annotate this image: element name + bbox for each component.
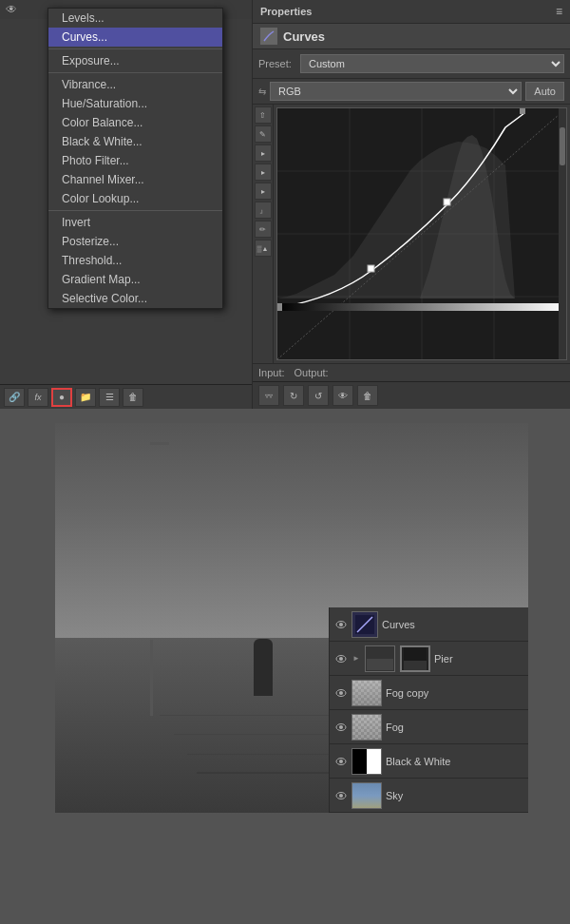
layer-icon-fog-copy xyxy=(352,680,382,706)
properties-menu-icon[interactable]: ≡ xyxy=(556,5,562,18)
svg-rect-12 xyxy=(277,303,566,311)
layers-panel: Curves ► Pier xyxy=(329,607,528,813)
visibility-eye-icon[interactable]: 👁 xyxy=(6,3,17,16)
layer-row-bw[interactable]: Black & White xyxy=(330,744,528,779)
layer-icon-sky xyxy=(352,782,382,809)
auto-button[interactable]: Auto xyxy=(525,82,564,101)
layer-row-curves[interactable]: Curves xyxy=(330,607,528,642)
menu-item-hue-saturation[interactable]: Hue/Saturation... xyxy=(48,94,222,113)
properties-header: Properties ≡ xyxy=(253,0,570,24)
layer-name-fog-copy: Fog copy xyxy=(386,687,523,699)
svg-rect-14 xyxy=(520,108,525,114)
menu-item-exposure[interactable]: Exposure... xyxy=(48,51,222,70)
reset-tool[interactable]: ✏ xyxy=(255,221,272,238)
svg-point-25 xyxy=(339,691,343,695)
link-layers-button[interactable]: 🔗 xyxy=(4,388,25,407)
layer-eye-sky[interactable] xyxy=(334,789,348,802)
layer-icon-fog xyxy=(352,714,382,741)
menu-item-photo-filter[interactable]: Photo Filter... xyxy=(48,151,222,170)
svg-rect-11 xyxy=(444,199,450,205)
pier-photo: Curves ► Pier xyxy=(55,423,528,813)
clipping-tool[interactable]: ▒▲ xyxy=(255,240,272,257)
reset-state-button[interactable]: ↺ xyxy=(308,385,329,406)
channel-select[interactable]: RGB Red Green Blue xyxy=(270,82,522,101)
preset-row: Preset: Custom Default Strong Contrast L… xyxy=(253,49,570,79)
channel-row: ⇆ RGB Red Green Blue Auto xyxy=(253,79,570,105)
curves-title-text: Curves xyxy=(283,29,325,44)
layer-row-fog-copy[interactable]: Fog copy xyxy=(330,676,528,710)
svg-point-16 xyxy=(339,623,343,626)
layer-row-pier[interactable]: ► Pier xyxy=(330,642,528,676)
layer-icon-pier xyxy=(365,645,395,672)
menu-item-threshold[interactable]: Threshold... xyxy=(48,251,222,270)
menu-item-channel-mixer[interactable]: Channel Mixer... xyxy=(48,170,222,189)
layer-name-pier: Pier xyxy=(434,653,523,664)
fx-button[interactable]: fx xyxy=(28,388,48,407)
layer-eye-bw[interactable] xyxy=(334,755,348,768)
svg-point-31 xyxy=(339,794,343,798)
adjustments-dropdown-menu: Levels... Curves... Exposure... Vibrance… xyxy=(48,8,223,309)
image-area: Curves ► Pier xyxy=(0,409,570,818)
curves-bottom-toolbar: ▿▿ ↻ ↺ 👁 🗑 xyxy=(253,381,570,409)
properties-title: Properties xyxy=(260,6,312,17)
layer-expand-pier[interactable]: ► xyxy=(352,654,361,664)
pencil-tool[interactable]: ✎ xyxy=(255,125,272,143)
clip-to-layer-button[interactable]: ▿▿ xyxy=(258,385,279,406)
curves-title-bar: Curves xyxy=(253,24,570,49)
delete-adjustment-button[interactable]: 🗑 xyxy=(357,385,378,406)
layer-icon-bw xyxy=(352,748,382,775)
curves-scrollbar[interactable] xyxy=(559,108,566,359)
menu-item-vibrance[interactable]: Vibrance... xyxy=(48,75,222,94)
layer-row-sky[interactable]: Sky xyxy=(330,779,528,813)
group-button[interactable]: 📁 xyxy=(75,388,96,407)
menu-item-gradient-map[interactable]: Gradient Map... xyxy=(48,270,222,289)
previous-state-button[interactable]: ↻ xyxy=(283,385,304,406)
menu-item-invert[interactable]: Invert xyxy=(48,213,222,232)
svg-rect-23 xyxy=(404,661,427,670)
curves-content: ⇧ ✎ ▸ ▸ ▸ 』 ✏ ▒▲ xyxy=(253,105,570,363)
pointer-tool[interactable]: ⇧ xyxy=(255,106,272,124)
pier-thumbnail xyxy=(400,645,430,672)
svg-rect-13 xyxy=(277,303,282,311)
visibility-button[interactable]: 👁 xyxy=(332,385,353,406)
menu-item-selective-color[interactable]: Selective Color... xyxy=(48,289,222,308)
layer-eye-fog[interactable] xyxy=(334,721,348,734)
svg-point-29 xyxy=(339,760,343,763)
smooth-tool[interactable]: 』 xyxy=(255,202,272,219)
menu-item-curves[interactable]: Curves... xyxy=(48,28,222,47)
channel-arrows-icon: ⇆ xyxy=(258,87,266,97)
curves-graph-container[interactable] xyxy=(276,107,567,360)
eyedropper-black-tool[interactable]: ▸ xyxy=(255,144,272,162)
preset-label: Preset: xyxy=(258,58,296,69)
layer-eye-curves[interactable] xyxy=(334,618,348,631)
eyedropper-gray-tool[interactable]: ▸ xyxy=(255,164,272,181)
preset-select[interactable]: Custom Default Strong Contrast Linear xyxy=(300,54,564,73)
input-label: Input: xyxy=(258,367,285,378)
menu-item-posterize[interactable]: Posterize... xyxy=(48,232,222,251)
layers-bottom-bar: 🔗 fx ● 📁 ☰ 🗑 xyxy=(0,384,252,409)
properties-panel: Properties ≡ Curves Preset: Custom Defau… xyxy=(252,0,570,409)
menu-item-levels[interactable]: Levels... xyxy=(48,9,222,28)
layer-eye-pier[interactable] xyxy=(334,652,348,665)
menu-item-black-white[interactable]: Black & White... xyxy=(48,132,222,151)
svg-point-19 xyxy=(339,657,343,661)
curves-graph-svg xyxy=(277,108,566,359)
layer-name-fog: Fog xyxy=(386,722,523,733)
layer-row-fog[interactable]: Fog xyxy=(330,710,528,744)
delete-layer-button[interactable]: 🗑 xyxy=(123,388,143,407)
menu-item-color-lookup[interactable]: Color Lookup... xyxy=(48,189,222,208)
eyedropper-white-tool[interactable]: ▸ xyxy=(255,183,272,200)
left-panel: 👁 Levels... Curves... Exposure... Vibran… xyxy=(0,0,252,409)
svg-rect-10 xyxy=(368,265,374,272)
new-layer-button[interactable]: ☰ xyxy=(99,388,120,407)
adjustment-layer-button[interactable]: ● xyxy=(51,388,72,407)
layer-eye-fog-copy[interactable] xyxy=(334,686,348,700)
layer-name-sky: Sky xyxy=(386,790,523,801)
svg-rect-21 xyxy=(367,659,393,670)
input-output-row: Input: Output: xyxy=(253,363,570,381)
curves-tools: ⇧ ✎ ▸ ▸ ▸ 』 ✏ ▒▲ xyxy=(253,105,274,363)
layer-name-curves: Curves xyxy=(382,619,523,630)
curves-layer-icon xyxy=(352,611,378,638)
menu-item-color-balance[interactable]: Color Balance... xyxy=(48,113,222,132)
layer-name-bw: Black & White xyxy=(386,756,523,767)
